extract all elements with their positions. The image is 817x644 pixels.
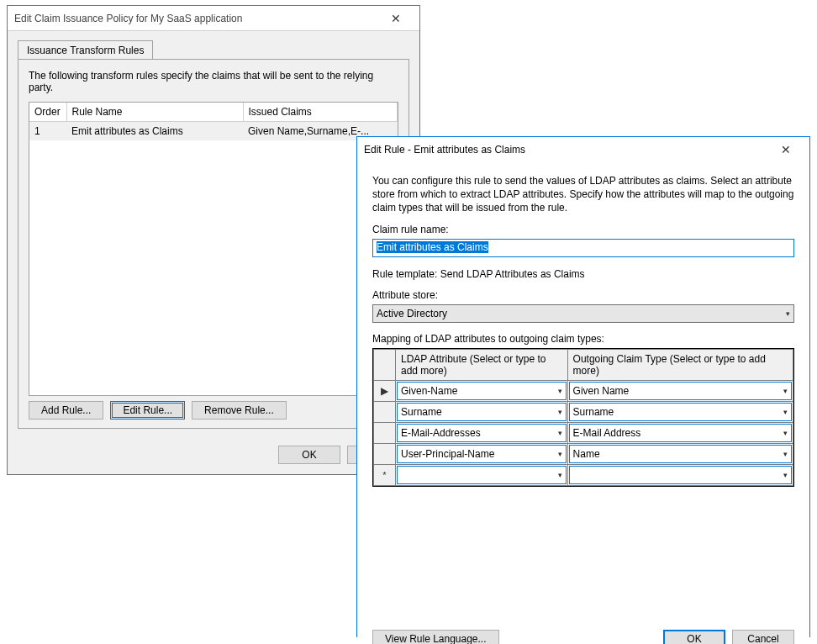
close-icon[interactable]: ✕: [379, 12, 413, 25]
mapping-row: Surname▾ Surname▾: [374, 401, 793, 422]
tab-page: The following transform rules specify th…: [18, 59, 409, 429]
add-rule-button[interactable]: Add Rule...: [29, 401, 103, 420]
cancel-button[interactable]: Cancel: [732, 630, 794, 644]
row-marker: ▶: [374, 380, 396, 401]
close-icon[interactable]: ✕: [769, 143, 803, 156]
rule-buttons: Add Rule... Edit Rule... Remove Rule...: [29, 401, 287, 420]
claim-rule-name-value: Emit attributes as Claims: [377, 241, 488, 253]
rule-title: Edit Rule - Emit attributes as Claims: [364, 144, 769, 156]
chevron-down-icon: ▾: [558, 408, 562, 416]
rule-footer: View Rule Language... OK Cancel: [372, 630, 794, 644]
claim-type-combo[interactable]: ▾: [569, 466, 792, 484]
col-order: Order: [29, 103, 66, 122]
rules-grid[interactable]: Order Rule Name Issued Claims 1 Emit att…: [29, 102, 398, 396]
edit-rule-button[interactable]: Edit Rule...: [110, 401, 185, 420]
label-claim-rule-name: Claim rule name:: [372, 224, 794, 235]
claim-type-combo[interactable]: E-Mail Address▾: [569, 424, 792, 442]
tab-issuance-transform-rules[interactable]: Issuance Transform Rules: [18, 40, 153, 61]
policy-title: Edit Claim Issuance Policy for My SaaS a…: [14, 13, 379, 24]
chevron-down-icon: ▾: [783, 408, 788, 416]
chevron-down-icon: ▾: [786, 309, 790, 318]
ok-button[interactable]: OK: [663, 630, 725, 644]
cell-order: 1: [29, 122, 66, 141]
chevron-down-icon: ▾: [783, 471, 788, 479]
tab-strip: Issuance Transform Rules: [18, 40, 409, 60]
label-mapping: Mapping of LDAP attributes to outgoing c…: [372, 333, 794, 345]
ldap-attr-combo[interactable]: Surname▾: [397, 403, 567, 421]
chevron-down-icon: ▾: [783, 450, 788, 458]
rule-description: You can configure this rule to send the …: [372, 174, 794, 215]
row-marker: [374, 422, 396, 443]
mapping-row: User-Principal-Name▾ Name▾: [374, 443, 793, 464]
label-attribute-store: Attribute store:: [372, 289, 794, 301]
intro-text: The following transform rules specify th…: [29, 70, 398, 93]
ldap-attr-combo[interactable]: Given-Name▾: [397, 382, 567, 400]
mapping-row: E-Mail-Addresses▾ E-Mail Address▾: [374, 422, 793, 443]
claim-rule-name-input[interactable]: Emit attributes as Claims: [372, 239, 794, 257]
col-rule-name: Rule Name: [66, 103, 243, 122]
ok-button[interactable]: OK: [278, 446, 340, 464]
mapping-corner: [374, 349, 396, 380]
claim-type-combo[interactable]: Surname▾: [569, 403, 792, 421]
ldap-attr-combo[interactable]: ▾: [397, 466, 567, 484]
chevron-down-icon: ▾: [783, 429, 788, 437]
rule-titlebar: Edit Rule - Emit attributes as Claims ✕: [357, 137, 809, 162]
ldap-attr-combo[interactable]: User-Principal-Name▾: [397, 445, 567, 463]
chevron-down-icon: ▾: [558, 471, 562, 479]
claim-type-combo[interactable]: Name▾: [569, 445, 792, 463]
rule-template-text: Rule template: Send LDAP Attributes as C…: [372, 267, 794, 281]
col-ldap-attribute: LDAP Attribute (Select or type to add mo…: [396, 349, 568, 380]
col-issued-claims: Issued Claims: [243, 103, 398, 122]
row-marker-new: *: [374, 464, 396, 485]
attribute-store-combo[interactable]: Active Directory ▾: [372, 304, 794, 323]
chevron-down-icon: ▾: [558, 429, 562, 437]
claim-type-combo[interactable]: Given Name▾: [569, 382, 792, 400]
col-outgoing-claim: Outgoing Claim Type (Select or type to a…: [567, 349, 793, 380]
view-rule-language-button[interactable]: View Rule Language...: [372, 630, 499, 644]
chevron-down-icon: ▾: [558, 387, 562, 395]
chevron-down-icon: ▾: [783, 387, 788, 395]
attribute-store-value: Active Directory: [377, 308, 447, 319]
ldap-attr-combo[interactable]: E-Mail-Addresses▾: [397, 424, 567, 442]
mapping-row: ▶ Given-Name▾ Given Name▾: [374, 380, 793, 401]
mapping-row-new: * ▾ ▾: [374, 464, 793, 485]
table-row[interactable]: 1 Emit attributes as Claims Given Name,S…: [29, 122, 398, 141]
policy-titlebar: Edit Claim Issuance Policy for My SaaS a…: [8, 6, 419, 31]
rule-body: You can configure this rule to send the …: [357, 162, 809, 644]
edit-rule-dialog: Edit Rule - Emit attributes as Claims ✕ …: [356, 136, 810, 637]
remove-rule-button[interactable]: Remove Rule...: [192, 401, 287, 420]
mapping-grid: LDAP Attribute (Select or type to add mo…: [372, 348, 794, 487]
row-marker: [374, 401, 396, 422]
chevron-down-icon: ▾: [558, 450, 562, 458]
row-marker: [374, 443, 396, 464]
cell-rule-name: Emit attributes as Claims: [66, 122, 243, 141]
